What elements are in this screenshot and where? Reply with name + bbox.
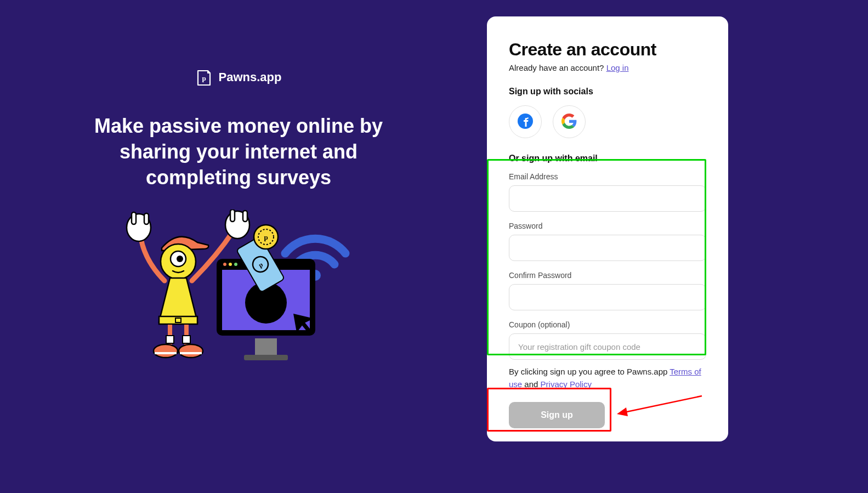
- coupon-label: Coupon (optional): [509, 320, 706, 329]
- svg-point-6: [234, 263, 237, 266]
- hero-illustration: p p: [107, 209, 370, 369]
- brand-name: Pawns.app: [219, 70, 282, 84]
- brand-logo: p Pawns.app: [196, 69, 282, 86]
- password-label: Password: [509, 222, 706, 230]
- svg-rect-18: [144, 213, 149, 224]
- email-label: Email Address: [509, 172, 706, 181]
- svg-point-5: [229, 263, 232, 266]
- svg-rect-30: [183, 336, 190, 343]
- signup-card: Create an account Already have an accoun…: [487, 16, 728, 441]
- socials-label: Sign up with socials: [509, 87, 706, 97]
- svg-rect-9: [244, 355, 288, 360]
- email-signup-label: Or sign up with email: [509, 154, 706, 163]
- social-buttons-row: [509, 105, 706, 138]
- confirm-password-input[interactable]: [509, 284, 706, 310]
- terms-text: By clicking sign up you agree to Pawns.a…: [509, 365, 706, 391]
- privacy-policy-link[interactable]: Privacy Policy: [541, 379, 592, 389]
- email-input[interactable]: [509, 185, 706, 212]
- svg-rect-20: [230, 209, 235, 222]
- svg-point-31: [154, 344, 178, 358]
- svg-rect-17: [132, 212, 136, 224]
- svg-text:p: p: [202, 74, 206, 82]
- hero-panel: p Pawns.app Make passive money online by…: [0, 0, 477, 493]
- google-button[interactable]: [553, 105, 586, 138]
- pawns-logo-icon: p: [196, 69, 212, 86]
- svg-point-24: [177, 256, 183, 262]
- password-input[interactable]: [509, 235, 706, 261]
- svg-rect-8: [255, 338, 277, 355]
- signup-button[interactable]: Sign up: [509, 402, 605, 428]
- login-link[interactable]: Log in: [606, 63, 629, 72]
- confirm-password-label: Confirm Password: [509, 271, 706, 280]
- facebook-button[interactable]: [509, 105, 542, 138]
- facebook-icon: [517, 113, 534, 131]
- svg-text:p: p: [264, 233, 268, 241]
- terms-prefix: By clicking sign up you agree to Pawns.a…: [509, 367, 670, 376]
- hero-headline: Make passive money online by sharing you…: [88, 114, 389, 190]
- coupon-input[interactable]: [509, 333, 706, 360]
- card-title: Create an account: [509, 39, 706, 60]
- already-have-account: Already have an account? Log in: [509, 63, 706, 72]
- terms-and: and: [522, 379, 540, 389]
- google-icon: [561, 114, 577, 131]
- svg-rect-29: [166, 336, 174, 343]
- svg-rect-21: [243, 211, 247, 222]
- svg-point-32: [179, 344, 203, 358]
- already-text: Already have an account?: [509, 63, 606, 72]
- svg-point-4: [223, 263, 226, 266]
